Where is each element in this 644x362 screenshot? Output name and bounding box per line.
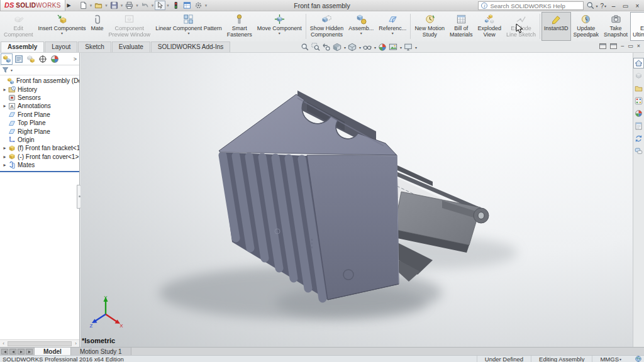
tab-solidworks-add-ins[interactable]: SOLIDWORKS Add-Ins (151, 41, 230, 52)
ribbon-button-assembly-features[interactable]: Assemb...▾ (346, 12, 376, 41)
apply-scene-icon[interactable] (389, 43, 397, 52)
dropdown-caret-icon[interactable]: ▾ (167, 3, 169, 8)
expander-icon[interactable]: ▸ (2, 103, 8, 109)
zoom-to-area-icon[interactable] (311, 43, 320, 52)
tab-motion-study-1[interactable]: Motion Study 1 (71, 348, 131, 355)
close-button[interactable]: × (633, 3, 642, 9)
save-button[interactable] (109, 1, 119, 10)
comments-icon[interactable] (633, 146, 644, 156)
ribbon-button-mate[interactable]: Mate (89, 12, 106, 41)
tree-item-top-plane[interactable]: ▸Top Plane (0, 119, 79, 127)
tree-item-annotations[interactable]: ▸Annotations (0, 102, 79, 110)
ribbon-button-linear-component-pattern[interactable]: Linear Component Pattern▾ (153, 12, 225, 41)
edit-appearance-icon[interactable] (378, 43, 387, 52)
units-selector[interactable]: MMGS▾ (592, 356, 629, 362)
prev-tab-button[interactable] (9, 349, 16, 354)
zoom-to-fit-icon[interactable] (301, 43, 309, 52)
panel-horizontal-scrollbar[interactable]: ‹ › (0, 339, 79, 347)
forum-sync-icon[interactable] (633, 133, 644, 144)
pane-left-icon[interactable] (599, 43, 606, 49)
dropdown-caret-icon[interactable]: ▾ (152, 3, 154, 8)
tree-item-mates[interactable]: ▸Mates (0, 161, 79, 169)
help-search-input[interactable]: i Search SOLIDWORKS Help (478, 1, 584, 10)
ribbon-button-bill-of-materials[interactable]: Bill ofMaterials (447, 12, 475, 41)
view-orientation-icon[interactable] (348, 43, 357, 52)
tree-item-front-fan-cover[interactable]: ▸(-) Front fan cover<1> (Defa (0, 153, 79, 161)
dropdown-caret-icon[interactable]: ▾ (415, 45, 417, 50)
scroll-left-icon[interactable]: ‹ (0, 341, 7, 346)
graphics-viewport[interactable]: Y X Z *Isometric (80, 53, 633, 347)
tree-item-front-plane[interactable]: ▸Front Plane (0, 111, 79, 119)
next-tab-button[interactable] (18, 349, 25, 354)
doc-restore-button[interactable]: ▭ (628, 43, 633, 49)
pane-right-icon[interactable] (610, 43, 617, 49)
ribbon-button-edit-component[interactable]: EditComponent (1, 12, 36, 41)
restore-button[interactable]: ▭ (621, 3, 630, 9)
tree-item-history[interactable]: ▸History (0, 85, 79, 93)
appearances-scenes-icon[interactable] (633, 108, 644, 119)
dropdown-caret-icon[interactable]: ▾ (105, 3, 108, 8)
tab-model[interactable]: Model (34, 348, 71, 355)
dropdown-caret-icon[interactable]: ▾ (90, 3, 92, 8)
last-tab-button[interactable] (26, 349, 33, 354)
app-logo[interactable]: DS SOLID WORKS (0, 0, 65, 11)
tree-item-front-fan-bracket[interactable]: ▸(f) Front fan bracket<1> (bet (0, 144, 79, 152)
tab-assembly[interactable]: Assembly (1, 41, 44, 52)
previous-view-icon[interactable] (322, 43, 331, 52)
tree-item-right-plane[interactable]: ▸Right Plane (0, 127, 79, 135)
menu-expand-icon[interactable]: ▶ (65, 3, 73, 8)
ribbon-button-export-to-ultimaker-cura[interactable]: Export toUltimaker Cura (630, 12, 644, 41)
display-style-icon[interactable] (363, 43, 372, 52)
dropdown-caret-icon[interactable]: ▾ (136, 3, 138, 8)
section-view-icon[interactable] (333, 43, 341, 52)
ribbon-button-instant3d[interactable]: Instant3D (541, 12, 571, 41)
expander-icon[interactable]: ▸ (2, 154, 8, 160)
minimize-button[interactable]: – (609, 3, 618, 9)
display-manager-tab[interactable] (48, 53, 60, 65)
property-manager-tab[interactable] (13, 53, 25, 65)
custom-properties-icon[interactable] (633, 121, 644, 131)
ribbon-button-take-snapshot[interactable]: TakeSnapshot (601, 12, 630, 41)
select-tool-button[interactable] (155, 1, 165, 10)
dimxpert-manager-tab[interactable] (36, 53, 48, 65)
ribbon-button-smart-fasteners[interactable]: SmartFasteners (225, 12, 255, 41)
ribbon-button-update-speedpak[interactable]: UpdateSpeedpak (571, 12, 602, 41)
rebuild-button[interactable] (170, 1, 181, 10)
tree-filter-row[interactable]: ▾ (0, 65, 79, 75)
tree-item-sensors[interactable]: ▸Sensors (0, 94, 79, 102)
tree-item-origin[interactable]: ▸Origin (0, 136, 79, 144)
tab-evaluate[interactable]: Evaluate (112, 41, 150, 52)
doc-minimize-button[interactable]: – (621, 43, 624, 49)
undo-button[interactable] (140, 1, 150, 10)
dropdown-caret-icon[interactable]: ▾ (205, 3, 208, 8)
expander-icon[interactable]: ▸ (2, 87, 8, 92)
resources-home-icon[interactable] (633, 58, 644, 69)
ribbon-button-show-hidden-components[interactable]: Show HiddenComponents (308, 12, 347, 41)
print-button[interactable] (124, 1, 135, 10)
expander-icon[interactable]: ▸ (2, 162, 8, 168)
ribbon-button-new-motion-study[interactable]: New MotionStudy (412, 12, 447, 41)
expander-icon[interactable]: ▸ (2, 145, 8, 151)
dropdown-caret-icon[interactable]: ▾ (359, 45, 361, 50)
view-settings-icon[interactable] (404, 43, 413, 52)
ribbon-button-reference-geometry[interactable]: Referenc...▾ (376, 12, 409, 41)
file-properties-button[interactable] (182, 1, 192, 10)
dropdown-caret-icon[interactable]: ▾ (121, 3, 123, 8)
help-button[interactable]: ?▾ (600, 3, 606, 9)
doc-close-button[interactable]: × (637, 43, 640, 49)
open-button[interactable] (93, 1, 104, 10)
globe-status-icon[interactable] (635, 356, 641, 362)
file-explorer-icon[interactable] (633, 83, 644, 94)
dropdown-caret-icon[interactable]: ▾ (344, 45, 346, 50)
scroll-right-icon[interactable]: › (72, 341, 79, 346)
view-palette-icon[interactable] (633, 96, 644, 106)
options-button[interactable] (193, 1, 204, 10)
tab-layout[interactable]: Layout (45, 41, 77, 52)
scrollbar-thumb[interactable] (8, 341, 72, 346)
ribbon-button-insert-components[interactable]: Insert Components▾ (36, 12, 89, 41)
tree-item-assembly-root[interactable]: ▸Front fan assembly (Default<Di (0, 77, 79, 85)
new-document-button[interactable] (78, 1, 89, 10)
feature-tree-tab[interactable] (1, 53, 13, 65)
dropdown-caret-icon[interactable]: ▾ (400, 45, 402, 50)
configuration-manager-tab[interactable] (25, 53, 36, 65)
